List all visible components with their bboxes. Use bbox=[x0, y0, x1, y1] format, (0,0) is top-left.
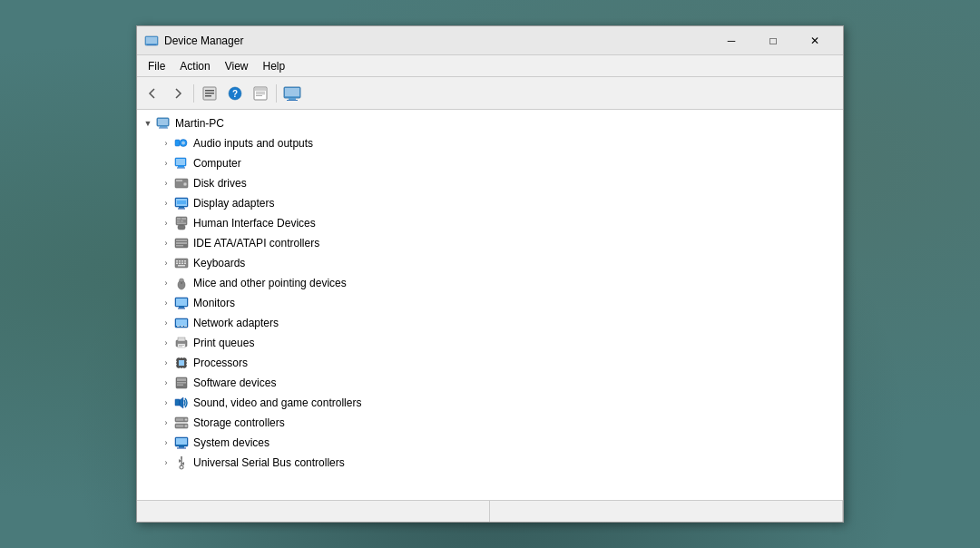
svg-rect-99 bbox=[176, 425, 183, 427]
menu-view[interactable]: View bbox=[218, 58, 256, 74]
tree-item-keyboard[interactable]: › Keyboards bbox=[137, 253, 843, 273]
usb-chevron: › bbox=[159, 455, 173, 470]
properties-button[interactable] bbox=[198, 82, 221, 105]
ide-icon bbox=[173, 235, 190, 251]
processors-icon bbox=[173, 355, 190, 371]
svg-rect-101 bbox=[176, 438, 187, 445]
keyboard-chevron: › bbox=[159, 256, 173, 270]
usb-icon bbox=[173, 455, 190, 471]
tree-item-processors[interactable]: › Proces bbox=[137, 353, 843, 373]
sound-chevron: › bbox=[159, 396, 173, 410]
svg-rect-6 bbox=[205, 95, 211, 97]
svg-rect-92 bbox=[177, 385, 183, 387]
svg-rect-54 bbox=[179, 263, 181, 265]
print-icon bbox=[173, 335, 190, 351]
status-right bbox=[490, 501, 843, 522]
svg-rect-73 bbox=[179, 345, 184, 346]
storage-label: Storage controllers bbox=[193, 416, 285, 429]
close-button[interactable]: ✕ bbox=[794, 26, 836, 55]
svg-rect-63 bbox=[179, 307, 184, 308]
svg-rect-22 bbox=[175, 140, 180, 146]
tree-item-hid[interactable]: › Human Interface Devices bbox=[137, 213, 843, 233]
svg-rect-2 bbox=[147, 44, 156, 45]
svg-rect-66 bbox=[176, 319, 187, 326]
tree-item-network[interactable]: › Network adapters bbox=[137, 313, 843, 333]
menu-bar: File Action View Help bbox=[137, 55, 843, 77]
title-bar: Device Manager ─ □ ✕ bbox=[137, 26, 843, 55]
toolbar-sep-1 bbox=[193, 84, 194, 103]
menu-action[interactable]: Action bbox=[172, 58, 217, 74]
svg-rect-27 bbox=[178, 166, 184, 168]
svg-rect-62 bbox=[176, 298, 187, 306]
toolbar-sep-2 bbox=[276, 84, 277, 103]
computer-icon bbox=[173, 155, 190, 171]
back-button[interactable] bbox=[141, 82, 164, 105]
software-label: Software devices bbox=[193, 377, 276, 389]
svg-point-105 bbox=[180, 465, 183, 469]
svg-rect-102 bbox=[179, 446, 184, 448]
tree-item-print[interactable]: › Print queues bbox=[137, 333, 843, 353]
tree-item-ide[interactable]: › IDE ATA/ATAPI controllers bbox=[137, 233, 843, 253]
update-button[interactable] bbox=[249, 82, 272, 105]
tree-item-usb[interactable]: › Universal Serial Bus controllers bbox=[137, 453, 843, 473]
computer-button[interactable] bbox=[280, 82, 304, 105]
svg-rect-38 bbox=[177, 218, 181, 220]
monitors-label: Monitors bbox=[193, 297, 235, 309]
software-icon bbox=[173, 375, 190, 391]
keyboard-icon bbox=[173, 255, 190, 271]
svg-rect-52 bbox=[184, 260, 186, 262]
device-tree[interactable]: ▼ Martin-PC › Audio input bbox=[137, 110, 843, 500]
tree-root[interactable]: ▼ Martin-PC bbox=[137, 113, 843, 133]
minimize-button[interactable]: ─ bbox=[710, 26, 752, 55]
keyboard-label: Keyboards bbox=[193, 257, 245, 269]
display-chevron: › bbox=[159, 196, 173, 210]
tree-item-system[interactable]: › System devices bbox=[137, 433, 843, 453]
network-chevron: › bbox=[159, 316, 173, 330]
menu-file[interactable]: File bbox=[141, 58, 172, 74]
tree-item-sound[interactable]: › Sound, video and game controllers bbox=[137, 393, 843, 413]
svg-rect-28 bbox=[177, 168, 185, 169]
tree-item-audio[interactable]: › Audio inputs and outputs bbox=[137, 133, 843, 153]
svg-rect-98 bbox=[176, 418, 183, 421]
root-chevron: ▼ bbox=[141, 116, 155, 131]
svg-rect-67 bbox=[177, 326, 180, 327]
menu-help[interactable]: Help bbox=[256, 58, 293, 74]
maximize-button[interactable]: □ bbox=[752, 26, 794, 55]
tree-item-storage[interactable]: › Storage controllers bbox=[137, 413, 843, 433]
svg-rect-21 bbox=[159, 128, 168, 129]
tree-item-disk[interactable]: › Disk drives bbox=[137, 173, 843, 193]
svg-rect-40 bbox=[177, 220, 180, 222]
svg-rect-104 bbox=[181, 456, 182, 459]
svg-rect-10 bbox=[255, 88, 266, 91]
svg-rect-56 bbox=[184, 263, 186, 265]
display-label: Display adapters bbox=[193, 197, 274, 210]
svg-point-60 bbox=[180, 279, 184, 282]
svg-rect-47 bbox=[176, 245, 183, 247]
hid-label: Human Interface Devices bbox=[193, 217, 316, 230]
svg-rect-103 bbox=[177, 448, 186, 449]
svg-rect-4 bbox=[205, 90, 214, 92]
svg-rect-35 bbox=[178, 209, 185, 210]
sound-label: Sound, video and game controllers bbox=[193, 396, 361, 409]
status-left bbox=[137, 501, 490, 522]
tree-item-software[interactable]: › Software devices bbox=[137, 373, 843, 393]
toolbar: ? bbox=[137, 77, 843, 110]
tree-item-monitors[interactable]: › Monitors bbox=[137, 293, 843, 313]
svg-rect-55 bbox=[181, 263, 183, 265]
svg-rect-26 bbox=[176, 159, 185, 165]
svg-rect-12 bbox=[256, 93, 265, 94]
svg-rect-50 bbox=[179, 260, 181, 262]
tree-item-computer[interactable]: › Computer bbox=[137, 153, 843, 173]
processors-chevron: › bbox=[159, 356, 173, 370]
help-button[interactable]: ? bbox=[223, 82, 247, 105]
svg-rect-64 bbox=[178, 308, 185, 309]
tree-item-mice[interactable]: › Mice and other pointing devices bbox=[137, 273, 843, 293]
svg-rect-91 bbox=[177, 382, 186, 384]
system-chevron: › bbox=[159, 435, 173, 450]
svg-rect-39 bbox=[181, 218, 186, 220]
forward-button[interactable] bbox=[166, 82, 190, 105]
tree-item-display[interactable]: › Display adapters bbox=[137, 193, 843, 213]
svg-rect-90 bbox=[177, 378, 186, 381]
computer-label: Computer bbox=[193, 157, 241, 170]
network-icon bbox=[173, 315, 190, 331]
